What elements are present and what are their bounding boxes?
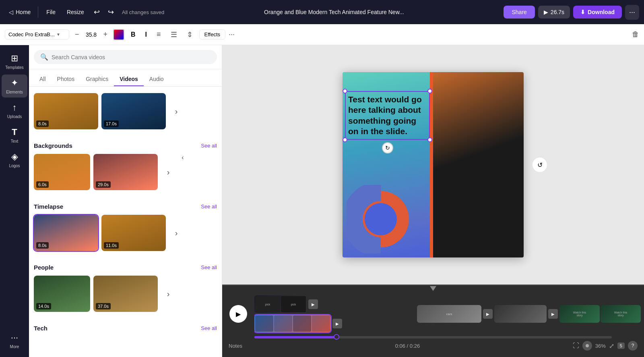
track-row-1: pick pick ▶ [254,295,417,313]
font-size-decrease[interactable]: − [72,29,82,39]
design-canvas: Test text would go here talking about so… [343,72,524,257]
handle-bl[interactable] [343,137,347,142]
sidebar-logos-label: Logos [9,164,20,168]
home-icon: ◁ [9,9,13,15]
scroll-right-arrow-timelapse[interactable]: › [169,228,184,238]
zoom-dot-button[interactable] [582,341,592,351]
text-selection-box[interactable]: Test text would go here talking about so… [348,94,427,137]
timelapse-thumb-1[interactable]: 8.0s [34,215,98,251]
redo-button[interactable]: ↪ [105,5,117,19]
people-duration-2: 37.0s [96,303,111,309]
people-title: People [34,264,54,271]
handle-br[interactable] [427,137,432,142]
backgrounds-grid: 6.0s 29.0s › ‹ [34,154,217,190]
backgrounds-see-all[interactable]: See all [201,143,217,149]
time-counter: 0:06 / 0:26 [395,343,420,349]
people-thumb-2[interactable]: 37.0s [93,276,158,312]
tech-see-all[interactable]: See all [201,325,217,331]
timelapse-see-all[interactable]: See all [201,203,217,210]
preview-button[interactable]: ▶ 26.7s [538,6,570,19]
timelapse-thumb-2[interactable]: 11.0s [101,215,166,251]
video-thumb-2[interactable]: 17.0s [101,93,166,129]
file-button[interactable]: File [41,6,60,18]
tab-all[interactable]: All [34,73,52,86]
tab-audio[interactable]: Audio [144,73,169,86]
track-slide-5a[interactable]: Watch thisstory [559,305,600,323]
font-dropdown-arrow: ▼ [56,32,60,37]
sidebar-item-uploads[interactable]: ↑ Uploads [2,99,27,122]
panel-hide-button[interactable]: ‹ [179,154,187,161]
download-button[interactable]: ⬇ Download [573,6,622,19]
timeline: ▶ pick pick ▶ [222,284,644,357]
help-button[interactable]: ? [628,341,638,351]
home-button[interactable]: ◁ Home [5,6,35,18]
search-input[interactable] [52,54,211,60]
sidebar-item-more[interactable]: ··· More [2,329,27,352]
text-color-swatch[interactable] [113,29,124,40]
sidebar-item-text[interactable]: T Text [2,124,27,147]
scroll-right-arrow-top[interactable]: › [169,107,184,116]
track-thumb-1[interactable]: pick pick [254,295,307,313]
canvas-wrap: Test text would go here talking about so… [343,72,524,257]
more-options-button[interactable]: ··· [625,5,639,20]
font-selector[interactable]: Codec Pro ExtraB... ▼ [5,29,69,39]
track-video-icon-1: ▶ [308,299,318,309]
undo-button[interactable]: ↩ [91,5,103,19]
tab-photos[interactable]: Photos [52,73,80,86]
canvas-area: Test text would go here talking about so… [222,45,644,357]
people-thumb-1[interactable]: 14.0s [34,276,90,312]
time-current: 0:06 [395,343,405,349]
resize-button[interactable]: Resize [62,6,89,18]
effects-button[interactable]: Effects [199,29,226,39]
play-button[interactable]: ▶ [229,305,247,323]
zoom-controls: ⛶ 36% ⤢ 5 ? [573,341,638,351]
italic-button[interactable]: I [142,29,150,40]
sidebar-item-templates[interactable]: ⊞ Templates [2,50,27,73]
video-thumb-1[interactable]: 8.0s [34,93,98,129]
bg-thumb-1[interactable]: 6.0s [34,154,90,190]
track-slide-4[interactable] [494,305,547,323]
font-size-increase[interactable]: + [101,29,110,39]
timelapse-duration-2: 11.0s [104,242,119,249]
handle-tl[interactable] [343,89,347,93]
templates-icon: ⊞ [11,53,18,64]
toolbar-more-button[interactable]: ··· [229,30,235,39]
backgrounds-header: Backgrounds See all [34,142,217,149]
sidebar-uploads-label: Uploads [7,114,22,119]
scroll-right-arrow-bg[interactable]: › [161,168,175,177]
list-button[interactable]: ☰ [167,29,180,41]
tab-videos[interactable]: Videos [114,73,144,86]
more-icon: ··· [11,332,18,343]
rotate-handle[interactable]: ↻ [382,142,393,154]
delete-button[interactable]: 🗑 [632,30,639,39]
bold-button[interactable]: B [128,29,139,40]
sidebar-item-elements[interactable]: ✦ Elements [2,75,27,98]
timeline-top: ▶ pick pick ▶ [222,292,644,336]
notes-label[interactable]: Notes [229,343,242,349]
timeline-progress-bar[interactable] [254,336,612,338]
sidebar-item-logos[interactable]: ◈ Logos [2,148,27,171]
share-button[interactable]: Share [504,6,535,19]
tech-title: Tech [34,325,47,332]
playhead[interactable] [334,334,339,340]
spacing-button[interactable]: ⇕ [184,29,196,41]
tab-graphics[interactable]: Graphics [80,73,114,86]
scroll-right-arrow-people[interactable]: › [161,289,175,299]
expand-button[interactable]: ⤢ [609,342,614,350]
handle-tr[interactable] [427,89,432,93]
sidebar-elements-label: Elements [6,90,23,94]
people-see-all[interactable]: See all [201,264,217,270]
bg-thumb-2[interactable]: 29.0s [93,154,158,190]
playhead-triangle [430,286,436,291]
sidebar-text-label: Text [11,139,18,143]
track-slide-5b[interactable]: Watch thisstory [601,305,641,323]
sidebar-more-label: More [10,345,19,349]
slide-preview-2a [255,315,273,332]
elements-icon: ✦ [11,78,18,88]
text-align-button[interactable]: ≡ [153,29,164,40]
logos-icon: ◈ [11,152,18,162]
fullscreen-button[interactable]: ⛶ [573,342,579,349]
comment-button[interactable]: ↺ [532,157,548,173]
track-slide-3[interactable]: cars [417,305,481,323]
track-thumb-2[interactable] [254,315,331,332]
